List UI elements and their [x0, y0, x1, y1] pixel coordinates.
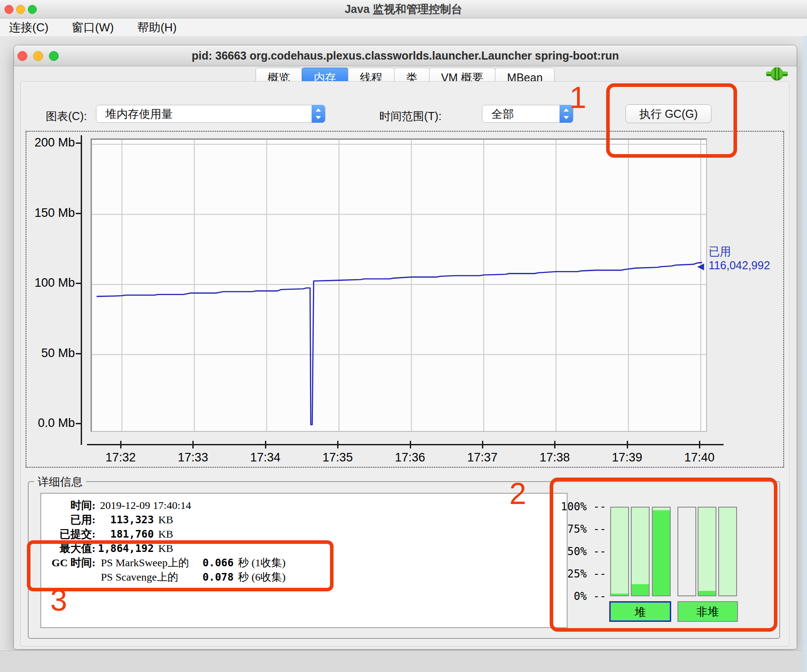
console-window: pid: 36663 org.codehaus.plexus.classworl…	[13, 45, 797, 650]
menu-bar: 连接(C) 窗口(W) 帮助(H)	[0, 18, 807, 36]
x-tick-mark	[699, 441, 700, 448]
chevron-updown-icon	[312, 105, 325, 123]
y-tick-mark	[76, 353, 82, 354]
pool-bar-fill	[611, 594, 628, 595]
time-range-value: 全部	[491, 105, 514, 122]
perform-gc-button[interactable]: 执行 GC(G)	[625, 104, 712, 123]
legend-arrow-icon: ◀	[697, 261, 704, 272]
app-title: Java 监视和管理控制台	[0, 0, 807, 18]
menu-window[interactable]: 窗口(W)	[72, 20, 114, 35]
x-tick-mark	[120, 441, 121, 448]
x-tick-label: 17:36	[386, 451, 435, 465]
window-bottom-strip	[0, 650, 807, 672]
non-heap-button[interactable]: 非堆	[677, 601, 738, 622]
y-tick-label: 200 Mb	[30, 136, 75, 150]
details-text-panel: 时间: 2019-12-09 17:40:14 已用: 113,323 KB 已…	[40, 493, 568, 628]
heap-pool-bar	[610, 507, 629, 596]
y-tick-mark	[76, 142, 82, 144]
window-right-edge	[801, 36, 807, 672]
time-range-select[interactable]: 全部	[482, 105, 573, 123]
y-tick-label: 100 Mb	[30, 276, 75, 290]
x-axis	[87, 444, 724, 445]
gauge-tick-label: 75% --	[553, 523, 606, 535]
x-tick-label: 17:34	[241, 451, 290, 465]
x-tick-mark	[627, 441, 628, 448]
x-tick-label: 17:39	[603, 451, 652, 465]
x-tick-label: 17:35	[313, 451, 362, 465]
y-tick-label: 0.0 Mb	[30, 416, 75, 430]
detail-row-max: 最大值: 1,864,192 KB	[48, 541, 567, 556]
x-tick-label: 17:33	[168, 451, 217, 465]
x-tick-mark	[192, 441, 194, 448]
console-titlebar: pid: 36663 org.codehaus.plexus.classworl…	[14, 45, 797, 66]
legend-series-value: 116,042,992	[708, 258, 770, 272]
detail-row-time: 时间: 2019-12-09 17:40:14	[48, 498, 567, 513]
y-axis	[81, 135, 82, 445]
console-title: pid: 36663 org.codehaus.plexus.classworl…	[14, 45, 797, 66]
y-tick-mark	[76, 423, 82, 424]
gauge-tick-label: 0% --	[553, 590, 606, 603]
pool-bar-fill	[699, 591, 716, 595]
x-tick-label: 17:38	[530, 451, 579, 465]
x-tick-mark	[410, 441, 411, 448]
heap-pool-bar	[631, 507, 650, 596]
chart-select-value: 堆内存使用量	[105, 105, 173, 122]
x-tick-label: 17:40	[675, 451, 724, 465]
memory-tab-panel: 图表(C): 堆内存使用量 时间范围(T): 全部 执行 GC(G) 200 M…	[20, 81, 790, 646]
y-tick-label: 150 Mb	[30, 206, 75, 220]
x-tick-mark	[554, 441, 555, 448]
time-range-label: 时间范围(T):	[379, 107, 442, 125]
chevron-updown-icon	[560, 105, 573, 123]
chart-select-label: 图表(C):	[46, 107, 87, 125]
x-tick-mark	[337, 441, 338, 448]
details-group-title: 详细信息	[34, 474, 86, 489]
heap-pool-bar	[652, 507, 671, 596]
heap-button[interactable]: 堆	[609, 601, 671, 622]
heap-memory-chart: 200 Mb150 Mb100 Mb50 Mb0.0 Mb 17:3217:33…	[26, 131, 784, 468]
x-tick-mark	[265, 441, 266, 448]
gauge-tick-label: 100% --	[553, 500, 606, 513]
x-tick-label: 17:32	[96, 451, 145, 465]
x-tick-label: 17:37	[458, 451, 507, 465]
series-legend: ◀ 已用 116,042,992	[697, 245, 770, 272]
pool-bar-fill	[632, 584, 649, 595]
menu-connect[interactable]: 连接(C)	[9, 20, 48, 35]
detail-row-used: 已用: 113,323 KB	[48, 513, 567, 527]
pool-bar-fill	[653, 510, 670, 595]
details-group: 详细信息 时间: 2019-12-09 17:40:14 已用: 113,323…	[28, 481, 780, 639]
detail-row-committed: 已提交: 181,760 KB	[48, 527, 567, 541]
menu-help[interactable]: 帮助(H)	[137, 20, 177, 35]
y-tick-mark	[76, 213, 82, 214]
y-tick-mark	[76, 283, 82, 284]
gauge-tick-label: 50% --	[553, 545, 606, 558]
non-heap-pool-bar	[677, 507, 696, 596]
x-tick-mark	[482, 441, 483, 448]
detail-row-gc-marksweep: GC 时间: PS MarkSweep上的 0.066 秒 (1收集)	[48, 556, 567, 570]
y-tick-label: 50 Mb	[30, 346, 75, 360]
main-titlebar: Java 监视和管理控制台	[0, 0, 807, 18]
plot-area	[91, 138, 707, 432]
gauge-tick-label: 25% --	[553, 568, 606, 580]
legend-series-name: 已用	[708, 245, 770, 258]
chart-select[interactable]: 堆内存使用量	[96, 105, 325, 123]
non-heap-pool-bar	[718, 507, 737, 596]
detail-row-gc-scavenge: PS Scavenge上的 0.078 秒 (6收集)	[48, 570, 567, 584]
connection-status-icon	[765, 66, 789, 82]
non-heap-pool-bar	[698, 507, 716, 596]
